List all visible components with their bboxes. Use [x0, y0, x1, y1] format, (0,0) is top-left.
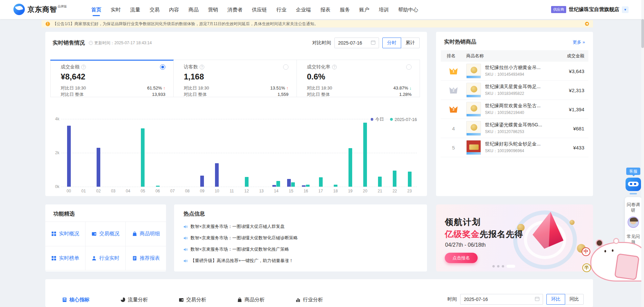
bar-2025-07-16-20[interactable]: [363, 123, 367, 187]
feature-shortcut-3[interactable]: 实时榜单: [45, 246, 86, 271]
bar-2025-07-16-12[interactable]: [245, 177, 249, 187]
megaphone-icon[interactable]: [585, 22, 589, 26]
bar-今日-15[interactable]: [287, 179, 291, 187]
metric-radio[interactable]: [160, 64, 165, 70]
hour-slot-18[interactable]: [328, 119, 343, 187]
nav-item-11[interactable]: 报表: [320, 0, 330, 19]
nav-item-12[interactable]: 服务: [340, 0, 350, 19]
hour-slot-21[interactable]: [373, 119, 387, 187]
mode-hourly-button[interactable]: 分时: [382, 38, 401, 48]
product-row-2[interactable]: 2世纪缘满天星黄金耳饰足...SKU：100183495822¥2,313: [441, 81, 588, 100]
bar-今日-09[interactable]: [200, 176, 204, 187]
store-switch-button[interactable]: ▼: [622, 6, 629, 13]
metric-card-2[interactable]: 成交转化率?0.6%对比日 18:3043.87% ↓对比日 整体1.28%: [297, 60, 420, 97]
metric-radio[interactable]: [406, 64, 412, 70]
bar-今日-02[interactable]: [97, 148, 100, 187]
bar-2025-07-16-18[interactable]: [334, 185, 337, 187]
nav-item-4[interactable]: 内容: [169, 0, 179, 19]
bar-今日-10[interactable]: [215, 163, 219, 187]
chatbot-icon[interactable]: [626, 178, 641, 191]
question-icon[interactable]: ?: [81, 65, 86, 69]
bar-2025-07-16-21[interactable]: [378, 177, 382, 187]
advisor-avatar[interactable]: [628, 217, 639, 228]
bar-2025-07-16-23[interactable]: [408, 172, 412, 187]
metric-card-0[interactable]: 成交金额?¥8,642对比日 18:3061.52% ↑对比日 整体13,933: [51, 60, 173, 97]
bar-2025-07-16-06[interactable]: [156, 186, 160, 187]
question-icon[interactable]: ?: [200, 65, 204, 69]
hour-slot-11[interactable]: [224, 119, 239, 187]
product-name[interactable]: 世纪缘鎏光蝶黄金耳饰5G...: [485, 122, 556, 128]
jd-shangzhi-logo[interactable]: 京东商智 品牌版: [13, 4, 67, 15]
hour-slot-20[interactable]: [358, 119, 372, 187]
feature-shortcut-5[interactable]: 推荐报表: [126, 246, 166, 271]
nav-item-9[interactable]: 行业: [276, 0, 286, 19]
compare-date-picker[interactable]: 2025-07-16: [334, 38, 379, 48]
analysis-date-picker[interactable]: 2025-07-16: [460, 294, 543, 305]
nav-item-6[interactable]: 营销: [208, 0, 218, 19]
metric-card-1[interactable]: 访客数?1,168对比日 18:3013.51% ↑对比日 整体1,559: [173, 60, 297, 97]
carousel-dot[interactable]: [497, 265, 499, 267]
hour-slot-12[interactable]: [239, 119, 254, 187]
mode-cumulative-button[interactable]: 累计: [401, 38, 420, 48]
bar-今日-16[interactable]: [302, 185, 306, 187]
product-name[interactable]: 世纪缘两世欢黄金吊坠古...: [485, 103, 556, 109]
hour-slot-23[interactable]: [402, 119, 417, 187]
promo-banner[interactable]: 领航计划 亿级奖金先报名先得 04/27th - 06/18th 点击报名: [436, 204, 593, 271]
hour-slot-05[interactable]: [136, 119, 150, 187]
scrollbar-track[interactable]: [641, 0, 644, 307]
yoy-button[interactable]: 同比: [565, 294, 584, 305]
nav-item-3[interactable]: 交易: [150, 0, 160, 19]
hour-slot-03[interactable]: [106, 119, 121, 187]
metric-radio[interactable]: [283, 64, 288, 70]
mascot-sticker[interactable]: 中 半: [581, 239, 644, 282]
hour-slot-00[interactable]: [61, 119, 76, 187]
analysis-tab-0[interactable]: 核心指标: [62, 297, 90, 303]
hour-slot-19[interactable]: [343, 119, 358, 187]
hour-slot-07[interactable]: [165, 119, 180, 187]
hour-slot-14[interactable]: [269, 119, 283, 187]
feature-shortcut-2[interactable]: 商品明细: [126, 222, 166, 246]
question-icon[interactable]: ?: [332, 65, 337, 69]
product-name[interactable]: 世纪缘满天星黄金耳饰足...: [485, 84, 556, 90]
nav-item-8[interactable]: 供应链: [252, 0, 267, 19]
nav-item-15[interactable]: 帮助中心: [398, 0, 418, 19]
hour-slot-04[interactable]: [121, 119, 136, 187]
bar-2025-07-16-19[interactable]: [348, 148, 352, 187]
hour-slot-08[interactable]: [180, 119, 195, 187]
nav-item-14[interactable]: 培训: [379, 0, 389, 19]
more-link[interactable]: 更多 »: [573, 39, 585, 45]
bar-2025-07-16-16[interactable]: [306, 185, 310, 187]
hour-slot-15[interactable]: [284, 119, 299, 187]
analysis-tab-3[interactable]: 商品分析: [237, 297, 265, 303]
analysis-tab-4[interactable]: 行业分析: [296, 297, 323, 303]
product-name[interactable]: 世纪缘拉丝小方糖黄金吊...: [485, 65, 556, 71]
nav-item-10[interactable]: 企业端: [296, 0, 311, 19]
nav-item-0[interactable]: 首页: [91, 0, 101, 19]
bar-2025-07-16-17[interactable]: [319, 177, 323, 187]
carousel-dot-active[interactable]: [506, 265, 515, 268]
bar-2025-07-16-22[interactable]: [393, 171, 396, 187]
nav-item-7[interactable]: 消费者: [227, 0, 243, 19]
feature-shortcut-0[interactable]: 实时概况: [45, 222, 86, 246]
bar-今日-14[interactable]: [272, 185, 276, 187]
product-row-4[interactable]: 4世纪缘鎏光蝶黄金耳饰5G...SKU：100120786253¥681: [441, 119, 588, 138]
bar-2025-07-16-14[interactable]: [276, 181, 280, 187]
nav-item-1[interactable]: 实时: [111, 0, 121, 19]
product-row-5[interactable]: 5世纪缘好彩头蛇金钞足金...SKU：100199096964¥433: [441, 138, 588, 157]
banner-signup-button[interactable]: 点击报名: [445, 253, 478, 263]
product-name[interactable]: 世纪缘好彩头蛇金钞足金...: [485, 141, 556, 147]
carousel-dot[interactable]: [492, 265, 495, 267]
nav-item-13[interactable]: 账户: [359, 0, 369, 19]
customer-service-label[interactable]: 客服: [626, 168, 640, 175]
hour-slot-13[interactable]: [254, 119, 269, 187]
carousel-dot[interactable]: [502, 265, 504, 267]
nav-item-2[interactable]: 流量: [130, 0, 140, 19]
news-item-1[interactable]: 数智×京麦服务市场：一图读懂大促数智化店铺诊断策略: [183, 232, 418, 244]
bar-今日-00[interactable]: [67, 126, 71, 187]
hour-slot-17[interactable]: [313, 119, 328, 187]
survey-button[interactable]: 问卷调研: [625, 200, 642, 214]
scrollbar-thumb[interactable]: [641, 19, 644, 48]
news-item-2[interactable]: 数智×京麦服务市场：一图读懂大促数智化推广策略: [183, 244, 418, 255]
bar-2025-07-16-15[interactable]: [291, 182, 295, 187]
hour-slot-22[interactable]: [387, 119, 402, 187]
